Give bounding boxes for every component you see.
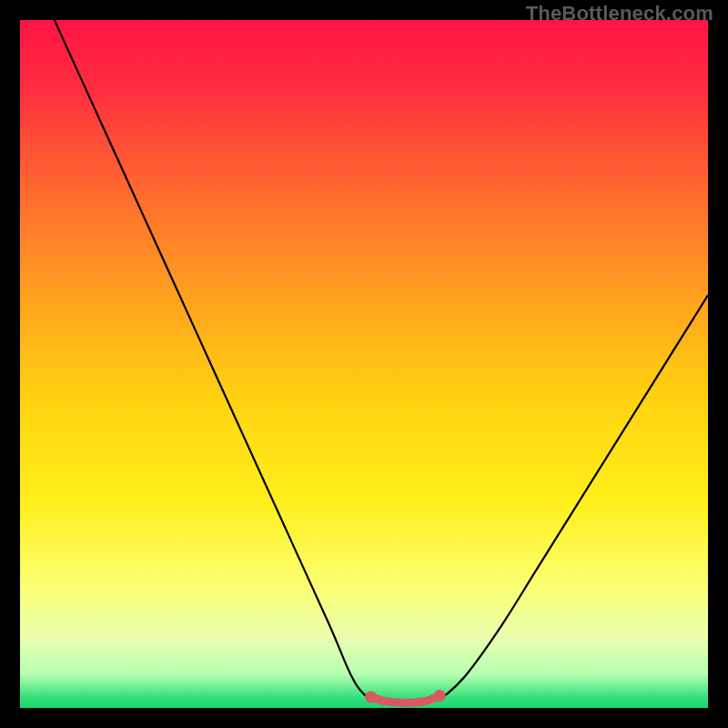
plot-area xyxy=(20,20,708,708)
marker-endpoint xyxy=(365,691,377,703)
gradient-background xyxy=(20,20,708,708)
chart-frame: TheBottleneck.com xyxy=(0,0,728,728)
bottleneck-chart xyxy=(20,20,708,708)
marker-endpoint xyxy=(434,690,446,702)
